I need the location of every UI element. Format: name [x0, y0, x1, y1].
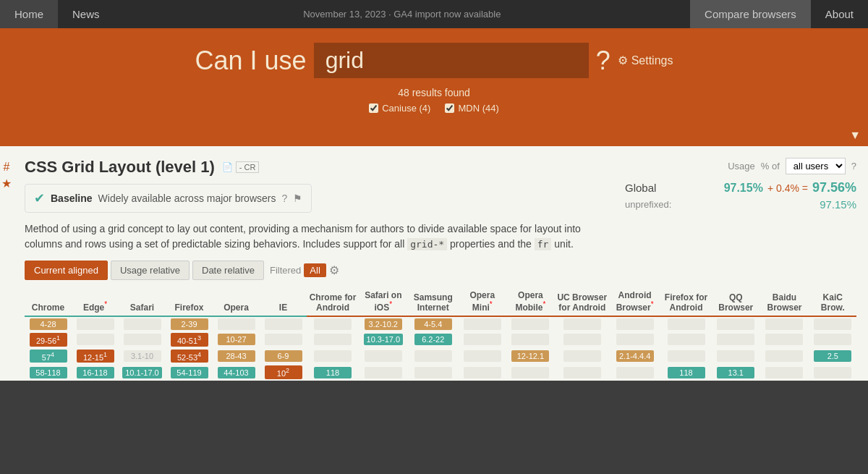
baseline-help-icon[interactable]: ? — [281, 192, 287, 204]
usage-help-icon[interactable]: ? — [851, 161, 856, 172]
version-cell[interactable]: 10-27 — [213, 331, 260, 348]
tab-current-aligned[interactable]: Current aligned — [25, 261, 108, 280]
usage-label: Usage — [728, 161, 755, 172]
version-cell[interactable]: 12-151 — [72, 348, 119, 365]
version-cell[interactable]: 2.1-4.4.4 — [609, 348, 660, 365]
version-cell — [307, 331, 359, 348]
version-cell[interactable]: 16-118 — [72, 364, 119, 381]
navbar: Home News November 13, 2023 · GA4 import… — [0, 0, 868, 28]
nav-about[interactable]: About — [811, 0, 868, 28]
version-cell[interactable]: 118 — [660, 364, 712, 381]
version-cell — [119, 331, 166, 348]
filter-bar: ▼ — [0, 124, 868, 146]
spec-icon: 📄 — [222, 162, 233, 172]
version-cell[interactable]: 4-5.4 — [408, 316, 459, 331]
version-cell — [459, 316, 506, 331]
version-cell[interactable]: 3.2-10.2 — [359, 316, 407, 331]
browser-header-row: Chrome Edge* Safari Firefox Opera IE Chr… — [25, 287, 856, 316]
version-cell — [760, 348, 809, 365]
version-cell[interactable]: 4-28 — [25, 316, 72, 331]
all-badge[interactable]: All — [304, 263, 326, 277]
version-cell[interactable]: 40-513 — [166, 331, 213, 348]
version-cell[interactable]: 44-103 — [213, 364, 260, 381]
version-cell — [506, 331, 556, 348]
tab-date-relative[interactable]: Date relative — [192, 261, 264, 280]
feature-description: Method of using a grid concept to lay ou… — [25, 221, 613, 252]
settings-button[interactable]: ⚙ Settings — [618, 54, 673, 67]
th-opera-mobile: Opera Mobile* — [506, 287, 556, 316]
version-cell[interactable]: 29-561 — [25, 331, 72, 348]
version-cell[interactable]: 10.1-17.0 — [119, 364, 166, 381]
version-cell[interactable]: 2-39 — [166, 316, 213, 331]
users-select[interactable]: all users — [786, 158, 846, 174]
usage-plus-label: + 0.4% = — [767, 182, 808, 194]
version-cell — [213, 316, 260, 331]
feature-title: CSS Grid Layout (level 1) — [25, 158, 215, 177]
version-cell — [72, 316, 119, 331]
baseline-flag-icon[interactable]: ⚑ — [293, 192, 302, 204]
th-kaic: KaiC Brow. — [809, 287, 856, 316]
percent-of-label: % of — [761, 161, 780, 172]
version-cell — [459, 364, 506, 381]
nav-compare[interactable]: Compare browsers — [690, 0, 811, 28]
version-cell — [809, 364, 856, 381]
global-green-value: 97.15% — [724, 182, 763, 195]
version-cell[interactable]: 574 — [25, 348, 72, 365]
settings-label: Settings — [631, 54, 673, 67]
version-cell — [712, 348, 760, 365]
version-cell — [408, 348, 459, 365]
caniuse-checkbox[interactable] — [369, 103, 378, 113]
search-input[interactable] — [314, 43, 589, 78]
version-cell[interactable]: 13.1 — [712, 364, 760, 381]
hero-question-mark: ? — [596, 46, 610, 76]
version-cell — [307, 348, 359, 365]
bookmark-icon[interactable]: # — [4, 161, 10, 174]
version-cell[interactable]: 2.5 — [809, 348, 856, 365]
version-cell — [609, 316, 660, 331]
version-cell[interactable]: 28-43 — [213, 348, 260, 365]
version-cell — [555, 348, 609, 365]
usage-total-value: 97.56% — [812, 180, 856, 195]
filtered-label: Filtered — [270, 265, 301, 276]
version-cell — [119, 316, 166, 331]
version-cell[interactable]: 118 — [307, 364, 359, 381]
baseline-label: Baseline — [51, 192, 93, 204]
th-safari-ios: Safari on iOS* — [359, 287, 407, 316]
usage-unprefixed-row: unprefixed: 97.15% — [625, 198, 856, 211]
version-cell[interactable]: 58-118 — [25, 364, 72, 381]
nav-home[interactable]: Home — [0, 0, 58, 28]
version-cell — [459, 348, 506, 365]
tab-usage-relative[interactable]: Usage relative — [111, 261, 190, 280]
version-cell[interactable]: 3.1-10 — [119, 348, 166, 365]
version-cell[interactable]: 54-119 — [166, 364, 213, 381]
nav-news[interactable]: News — [58, 0, 114, 28]
version-cell[interactable]: 6.2-22 — [408, 331, 459, 348]
side-icons: # ★ — [0, 146, 13, 381]
version-cell — [359, 348, 407, 365]
th-chrome-android: Chrome for Android — [307, 287, 359, 316]
browser-compatibility-table: Chrome Edge* Safari Firefox Opera IE Chr… — [25, 287, 856, 381]
version-cell — [760, 331, 809, 348]
mdn-filter[interactable]: MDN (44) — [445, 103, 498, 114]
version-cell[interactable]: 52-534 — [166, 348, 213, 365]
version-cell — [760, 316, 809, 331]
table-settings-icon[interactable]: ⚙ — [329, 263, 339, 277]
version-cell — [359, 364, 407, 381]
version-cell[interactable]: 6-9 — [260, 348, 307, 365]
th-android: Android Browser* — [609, 287, 660, 316]
mdn-checkbox[interactable] — [445, 103, 454, 113]
th-uc: UC Browser for Android — [555, 287, 609, 316]
version-cell — [660, 348, 712, 365]
version-cell[interactable]: 102 — [260, 364, 307, 381]
filter-icon[interactable]: ▼ — [849, 129, 861, 142]
version-cell[interactable]: 10.3-17.0 — [359, 331, 407, 348]
version-cell[interactable]: 12-12.1 — [506, 348, 556, 365]
baseline-row: ✔ Baseline Widely available across major… — [25, 184, 312, 213]
star-icon[interactable]: ★ — [1, 177, 12, 190]
th-safari: Safari — [119, 287, 166, 316]
caniuse-filter[interactable]: Caniuse (4) — [369, 103, 430, 114]
nav-announcement: November 13, 2023 · GA4 import now avail… — [114, 9, 691, 20]
version-cell — [506, 316, 556, 331]
hero-section: Can I use ? ⚙ Settings 48 results found … — [0, 28, 868, 124]
version-cell — [506, 364, 556, 381]
